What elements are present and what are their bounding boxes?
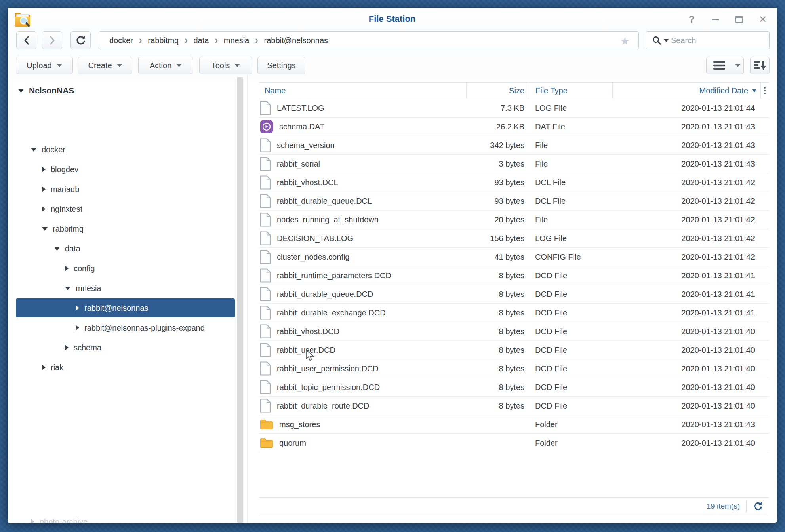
item-count: 19 item(s) [707, 502, 740, 511]
settings-button[interactable]: Settings [257, 57, 305, 74]
view-mode-caret-button[interactable] [732, 57, 744, 74]
caret-down-icon[interactable] [31, 148, 36, 152]
action-button[interactable]: Action [138, 57, 193, 74]
file-type: LOG File [529, 229, 612, 247]
breadcrumb-segment-data[interactable]: data [194, 36, 209, 45]
column-header-file-type[interactable]: File Type [529, 83, 612, 99]
view-mode-button[interactable] [706, 57, 732, 74]
minimize-button[interactable] [710, 14, 720, 25]
caret-down-icon[interactable] [65, 287, 70, 290]
column-header-name[interactable]: Name [259, 83, 466, 99]
refresh-button[interactable] [70, 31, 91, 49]
table-row-cluster-nodes-config[interactable]: cluster_nodes.config41 bytesCONFIG File2… [259, 248, 769, 266]
sidebar-item-rabbit-nelsonnas-plugins-expand[interactable]: rabbit@nelsonnas-plugins-expand [16, 318, 235, 337]
caret-right-icon[interactable] [42, 365, 46, 370]
file-modified-date: 2020-01-13 21:01:40 [612, 397, 760, 415]
file-size [466, 434, 529, 452]
caret-right-icon[interactable] [42, 186, 46, 192]
caret-right-icon[interactable] [65, 345, 69, 350]
caret-right-icon[interactable] [76, 325, 79, 331]
table-row-rabbit-vhost-dcd[interactable]: rabbit_vhost.DCD8 bytesDCD File2020-01-1… [259, 322, 769, 341]
maximize-button[interactable] [734, 14, 744, 25]
search-input[interactable] [671, 36, 769, 45]
caret-down-icon[interactable] [54, 247, 60, 251]
table-row-rabbit-vhost-dcl[interactable]: rabbit_vhost.DCL93 bytesDCL File2020-01-… [259, 173, 769, 192]
table-row-schema-version[interactable]: schema_version342 bytesFile2020-01-13 21… [259, 136, 769, 155]
table-row-latest-log[interactable]: LATEST.LOG7.3 KBLOG File2020-01-13 21:01… [259, 99, 769, 118]
breadcrumb-segment-rabbitmq[interactable]: rabbitmq [148, 36, 179, 45]
table-row-rabbit-runtime-parameters-dcd[interactable]: rabbit_runtime_parameters.DCD8 bytesDCD … [259, 266, 769, 285]
table-row-quorum[interactable]: quorumFolder2020-01-13 21:01:40 [259, 434, 769, 452]
file-icon [260, 250, 271, 264]
file-modified-date: 2020-01-13 21:01:44 [612, 99, 760, 117]
caret-right-icon[interactable] [65, 266, 69, 271]
sidebar-item-data[interactable]: data [16, 239, 235, 258]
refresh-icon [753, 501, 763, 511]
table-row-nodes-running-at-shutdown[interactable]: nodes_running_at_shutdown20 bytesFile202… [259, 211, 769, 229]
column-header-modified-date[interactable]: Modified Date [612, 83, 760, 99]
caret-right-icon[interactable] [42, 167, 46, 172]
table-row-rabbit-topic-permission-dcd[interactable]: rabbit_topic_permission.DCD8 bytesDCD Fi… [259, 378, 769, 397]
column-options-menu[interactable] [760, 83, 769, 99]
caret-down-icon[interactable] [18, 89, 24, 93]
favorite-star-icon[interactable]: ★ [620, 35, 630, 48]
file-name-cell: LATEST.LOG [259, 99, 466, 117]
breadcrumb-segment-mnesia[interactable]: mnesia [224, 36, 249, 45]
sidebar-item-photo-archive[interactable]: photo-archive [16, 512, 235, 523]
sidebar-item-nginxtest[interactable]: nginxtest [16, 200, 235, 218]
table-row-rabbit-durable-queue-dcl[interactable]: rabbit_durable_queue.DCL93 bytesDCL File… [259, 192, 769, 211]
file-icon [260, 343, 271, 357]
column-header-size[interactable]: Size [466, 83, 529, 99]
caret-right-icon[interactable] [31, 519, 34, 523]
caret-down-icon[interactable] [42, 227, 48, 231]
tools-button[interactable]: Tools [199, 57, 252, 74]
sidebar-item-config[interactable]: config [16, 259, 235, 278]
table-row-rabbit-durable-route-dcd[interactable]: rabbit_durable_route.DCD8 bytesDCD File2… [259, 397, 769, 415]
row-menu-spacer [760, 136, 769, 154]
sidebar-item-schema[interactable]: schema [16, 338, 235, 357]
sidebar-scrollbar[interactable] [237, 77, 243, 523]
table-row-rabbit-user-permission-dcd[interactable]: rabbit_user_permission.DCD8 bytesDCD Fil… [259, 359, 769, 378]
forward-button[interactable] [42, 31, 62, 49]
table-row-rabbit-durable-exchange-dcd[interactable]: rabbit_durable_exchange.DCD8 bytesDCD Fi… [259, 304, 769, 322]
table-row-rabbit-durable-queue-dcd[interactable]: rabbit_durable_queue.DCD8 bytesDCD File2… [259, 285, 769, 304]
table-row-rabbit-serial[interactable]: rabbit_serial3 bytesFile2020-01-13 21:01… [259, 155, 769, 173]
row-menu-spacer [760, 322, 769, 340]
file-type: DCD File [529, 322, 612, 340]
file-name-cell: rabbit_runtime_parameters.DCD [259, 266, 466, 285]
file-type: Folder [529, 415, 612, 433]
sidebar-item-mnesia[interactable]: mnesia [16, 279, 235, 298]
caret-right-icon[interactable] [42, 206, 46, 212]
create-button[interactable]: Create [78, 57, 132, 74]
back-button[interactable] [16, 31, 36, 49]
caret-right-icon[interactable] [76, 305, 79, 311]
sidebar-item-mariadb[interactable]: mariadb [16, 180, 235, 199]
sidebar-item-riak[interactable]: riak [16, 358, 235, 377]
sort-desc-icon [752, 89, 756, 92]
sidebar-item-rabbitmq[interactable]: rabbitmq [16, 219, 235, 238]
breadcrumb-segment-docker[interactable]: docker [109, 36, 133, 45]
table-row-decision-tab-log[interactable]: DECISION_TAB.LOG156 bytesLOG File2020-01… [259, 229, 769, 248]
sidebar-item-nelsonnas[interactable]: NelsonNAS [16, 81, 235, 100]
breadcrumb-segment-rabbit-nelsonnas[interactable]: rabbit@nelsonnas [264, 36, 328, 45]
sort-button[interactable] [750, 57, 770, 74]
file-icon [260, 324, 271, 338]
help-button[interactable]: ? [686, 14, 697, 25]
table-row-rabbit-user-dcd[interactable]: rabbit_user.DCD8 bytesDCD File2020-01-13… [259, 341, 769, 359]
file-name-cell: nodes_running_at_shutdown [259, 211, 466, 229]
table-row-schema-dat[interactable]: schema.DAT26.2 KBDAT File2020-01-13 21:0… [259, 118, 769, 136]
file-type: DCD File [529, 397, 612, 415]
sidebar-item-blogdev[interactable]: blogdev [16, 160, 235, 179]
close-button[interactable]: ✕ [758, 14, 768, 25]
table-row-msg-stores[interactable]: msg_storesFolder2020-01-13 21:01:43 [259, 415, 769, 434]
search-options-caret-icon[interactable] [664, 39, 669, 42]
sidebar-item-rabbit-nelsonnas[interactable]: rabbit@nelsonnas [16, 298, 235, 317]
refresh-list-button[interactable] [753, 501, 763, 511]
breadcrumb: docker›rabbitmq›data›mnesia›rabbit@nelso… [109, 35, 328, 46]
breadcrumb-separator-icon: › [139, 34, 142, 46]
sidebar-item-docker[interactable]: docker [16, 140, 235, 159]
upload-button[interactable]: Upload [16, 57, 73, 74]
minimize-icon [712, 19, 719, 20]
chevron-down-icon [57, 64, 62, 67]
refresh-icon [75, 35, 86, 46]
